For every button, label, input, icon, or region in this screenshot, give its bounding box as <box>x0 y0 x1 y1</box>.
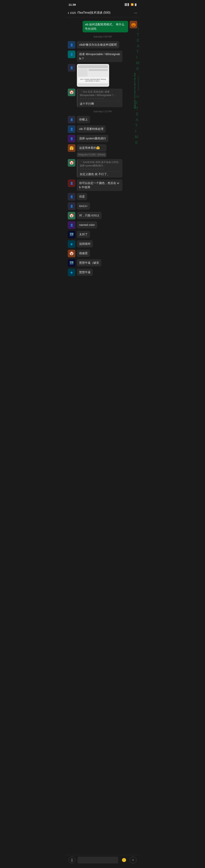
timestamp: Saturday 3:09 PM <box>66 35 139 38</box>
photo-reference: hong.zhu-TJ.iOS：[Photo] <box>77 152 106 157</box>
quote-reference: 「 SAGESSE-深圳-某不知名小作坊: 选择 system颜色就行」－－－－… <box>80 160 120 172</box>
bubble-wrap: 或者 IBInspectable / IBDesignable？ <box>77 51 123 62</box>
svg-point-21 <box>71 859 73 860</box>
avatar: 👤 <box>68 51 75 58</box>
quote-reply: 自定义颜色 就 不行了。 <box>80 173 120 176</box>
message-bubble: xib好像没办法去做这种适配吧 <box>77 41 119 49</box>
message-bubble: 你可以自定一个颜色，然后在 xib 中使用 <box>77 180 123 191</box>
avatar: 👤 <box>68 203 75 210</box>
avatar: 🤡 <box>68 159 75 166</box>
message-row: 👤 ios11+ <box>66 202 139 211</box>
bubble-wrap: error: module importing failed: Missing … <box>77 64 109 87</box>
bubble-wrap: ios11+ <box>77 203 90 210</box>
bubble-wrap: xib 不需要特殊处理 <box>77 125 106 133</box>
message-bubble: 这是用来看的🤗 <box>77 144 106 152</box>
message-bubble: 慧慧牛逼（破音 <box>77 259 101 267</box>
bubble-wrap: 太对了 <box>77 231 90 238</box>
bubble-wrap: 说得很对 <box>77 240 93 248</box>
bubble-wrap: named color <box>77 221 97 229</box>
battery-icon: ▓ <box>135 3 136 6</box>
emoji-button[interactable]: 🙂 <box>121 857 127 864</box>
message-row: 🤡 很难受 <box>66 249 139 258</box>
avatar: 👤 <box>68 221 75 229</box>
bubble-wrap: 你楼上 <box>77 116 90 123</box>
wifi-icon: 📶 <box>131 3 134 6</box>
avatar: 🌃 <box>68 259 75 267</box>
bubble-wrap: 对，只能 iOS11 <box>77 212 102 219</box>
message-row: 🤡 「 SAGESSE-深圳-某不知名小作坊: 选择 system颜色就行」－－… <box>66 158 139 178</box>
more-button[interactable]: ··· <box>134 10 137 15</box>
quote-reference: 「 Orz-北京-卖杂志的: 或者 IBInspectable / IBDesi… <box>80 90 120 101</box>
message-row: 👤 error: module importing failed: Missin… <box>66 63 139 88</box>
image-message[interactable]: error: module importing failed: Missing … <box>77 64 109 87</box>
message-bubble: ios11+ <box>77 203 90 210</box>
message-bubble: 慧慧牛逼 <box>77 269 93 276</box>
chat-title: iTeaTime|技术清谈 (500) <box>77 11 134 15</box>
avatar: 👤 <box>68 135 75 142</box>
avatar: 🤡 <box>68 212 75 219</box>
avatar: 🤗 <box>68 144 75 152</box>
message-row: 🤗 这是用来看的🤗 hong.zhu-TJ.iOS：[Photo] <box>66 144 139 158</box>
avatar: 👤 <box>68 193 75 200</box>
avatar: ◈ <box>68 269 75 276</box>
bubble-wrap: 这是用来看的🤗 hong.zhu-TJ.iOS：[Photo] <box>77 144 106 157</box>
message-row: 👤 或者 IBInspectable / IBDesignable？ <box>66 50 139 63</box>
voice-icon <box>70 858 74 862</box>
bubble-wrap: 慧慧牛逼 <box>77 269 93 276</box>
voice-button[interactable] <box>69 857 75 864</box>
message-row: 👤 xib 不需要特殊处理 <box>66 125 139 134</box>
timestamp: Saturday 3:15 PM <box>66 110 139 113</box>
bottom-toolbar: 🙂 + <box>66 855 139 868</box>
message-row: ◈ 慧慧牛逼 <box>66 268 139 277</box>
nav-count: 1525 <box>70 11 76 14</box>
bubble-wrap: 「 Orz-北京-卖杂志的: 或者 IBInspectable / IBDesi… <box>77 89 123 107</box>
message-row: ◈ 说得很对 <box>66 240 139 249</box>
add-button[interactable]: + <box>130 857 136 864</box>
avatar: 👤 <box>68 41 75 49</box>
signal-icon: ▌▌▌ <box>125 3 130 6</box>
back-button[interactable]: ‹ <box>68 10 69 16</box>
message-bubble: 对，只能 iOS11 <box>77 212 102 219</box>
message-bubble: xib 如何适配暗黑模式。 有什么号办法吗 <box>82 21 128 32</box>
status-time: 11:39 <box>69 3 76 6</box>
avatar: 🎃 <box>130 21 137 28</box>
avatar: 👤 <box>68 64 75 71</box>
avatar: 👤 <box>68 125 75 133</box>
bubble-wrap: 很难受 <box>77 250 90 257</box>
bubble-wrap: 选择 system颜色就行 <box>77 135 108 142</box>
message-bubble: 很难受 <box>77 250 90 257</box>
message-row: 👤 named color <box>66 221 139 230</box>
message-bubble: 说得很对 <box>77 240 93 248</box>
message-row: 👤 你可以自定一个颜色，然后在 xib 中使用 <box>66 179 139 192</box>
bubble-wrap: 「 SAGESSE-深圳-某不知名小作坊: 选择 system颜色就行」－－－－… <box>77 159 123 178</box>
message-row: 🎃 xib 如何适配暗黑模式。 有什么号办法吗 <box>66 20 139 33</box>
avatar: 🤡 <box>68 89 75 96</box>
avatar: 🤡 <box>68 250 75 257</box>
message-row: 👤 选择 system颜色就行 <box>66 134 139 143</box>
message-bubble: xib 不需要特殊处理 <box>77 125 106 133</box>
message-row: 🤡 对，只能 iOS11 <box>66 211 139 220</box>
message-row: 🤡 「 Orz-北京-卖杂志的: 或者 IBInspectable / IBDe… <box>66 88 139 108</box>
message-bubble: 但是 <box>77 193 87 200</box>
bubble-wrap: 慧慧牛逼（破音 <box>77 259 101 267</box>
bubble-wrap: xib好像没办法去做这种适配吧 <box>77 41 119 49</box>
message-bubble: named color <box>77 221 97 229</box>
message-bubble: 选择 system颜色就行 <box>77 135 108 142</box>
message-bubble: 你楼上 <box>77 116 90 123</box>
quote-reply: 这个不行啊 <box>80 102 120 106</box>
bubble-wrap: 你可以自定一个颜色，然后在 xib 中使用 <box>77 180 123 191</box>
bubble-wrap: 但是 <box>77 193 87 200</box>
message-row: 👤 但是 <box>66 192 139 201</box>
chat-area: 🎃 xib 如何适配暗黑模式。 有什么号办法吗 Saturday 3:09 PM… <box>66 18 139 299</box>
message-bubble: 或者 IBInspectable / IBDesignable？ <box>77 51 123 62</box>
status-bar: 11:39 ▌▌▌ 📶 ▓ <box>66 0 139 8</box>
message-input[interactable] <box>78 857 118 864</box>
message-row: 👤 你楼上 <box>66 115 139 124</box>
bubble-wrap: xib 如何适配暗黑模式。 有什么号办法吗 <box>82 21 128 32</box>
avatar: 👤 <box>68 180 75 187</box>
avatar: 🌃 <box>68 231 75 238</box>
message-row: 🌃 慧慧牛逼（破音 <box>66 258 139 268</box>
quote-message: 「 SAGESSE-深圳-某不知名小作坊: 选择 system颜色就行」－－－－… <box>77 159 123 178</box>
message-bubble: 太对了 <box>77 231 90 238</box>
message-row: 👤 xib好像没办法去做这种适配吧 <box>66 40 139 50</box>
